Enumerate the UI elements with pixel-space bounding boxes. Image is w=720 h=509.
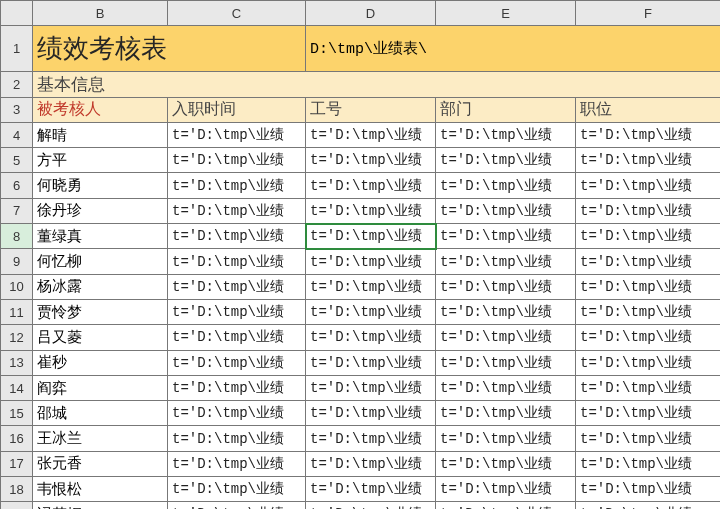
formula-cell[interactable]: t='D:\tmp\业绩 [436, 299, 576, 324]
row-header-11[interactable]: 11 [1, 299, 33, 324]
formula-cell[interactable]: t='D:\tmp\业绩 [436, 477, 576, 502]
formula-cell[interactable]: t='D:\tmp\业绩 [436, 198, 576, 223]
formula-cell[interactable]: t='D:\tmp\业绩 [576, 173, 721, 198]
row-header-14[interactable]: 14 [1, 375, 33, 400]
formula-cell[interactable]: t='D:\tmp\业绩 [168, 224, 306, 249]
formula-cell[interactable]: t='D:\tmp\业绩 [436, 426, 576, 451]
formula-cell[interactable]: t='D:\tmp\业绩 [436, 249, 576, 274]
row-header-5[interactable]: 5 [1, 148, 33, 173]
col-header-b[interactable]: B [33, 1, 168, 26]
formula-cell[interactable]: t='D:\tmp\业绩 [576, 274, 721, 299]
name-cell[interactable]: 冯若烟 [33, 502, 168, 509]
name-cell[interactable]: 韦恨松 [33, 477, 168, 502]
name-cell[interactable]: 何忆柳 [33, 249, 168, 274]
formula-cell[interactable]: t='D:\tmp\业绩 [306, 122, 436, 147]
table-header-C[interactable]: 入职时间 [168, 97, 306, 122]
formula-cell[interactable]: t='D:\tmp\业绩 [306, 198, 436, 223]
table-header-D[interactable]: 工号 [306, 97, 436, 122]
formula-cell[interactable]: t='D:\tmp\业绩 [436, 325, 576, 350]
formula-cell[interactable]: t='D:\tmp\业绩 [436, 274, 576, 299]
row-header-7[interactable]: 7 [1, 198, 33, 223]
formula-cell[interactable]: t='D:\tmp\业绩 [576, 401, 721, 426]
name-cell[interactable]: 邵城 [33, 401, 168, 426]
formula-cell[interactable]: t='D:\tmp\业绩 [306, 401, 436, 426]
formula-cell[interactable]: t='D:\tmp\业绩 [436, 148, 576, 173]
formula-cell[interactable]: t='D:\tmp\业绩 [576, 502, 721, 509]
formula-cell[interactable]: t='D:\tmp\业绩 [168, 401, 306, 426]
col-header-f[interactable]: F [576, 1, 721, 26]
formula-cell[interactable]: t='D:\tmp\业绩 [306, 426, 436, 451]
path-cell[interactable]: D:\tmp\业绩表\ [306, 26, 721, 72]
name-cell[interactable]: 何晓勇 [33, 173, 168, 198]
formula-cell[interactable]: t='D:\tmp\业绩 [306, 224, 436, 249]
formula-cell[interactable]: t='D:\tmp\业绩 [436, 502, 576, 509]
formula-cell[interactable]: t='D:\tmp\业绩 [168, 122, 306, 147]
row-header-12[interactable]: 12 [1, 325, 33, 350]
col-header-c[interactable]: C [168, 1, 306, 26]
formula-cell[interactable]: t='D:\tmp\业绩 [168, 451, 306, 476]
formula-cell[interactable]: t='D:\tmp\业绩 [436, 451, 576, 476]
name-cell[interactable]: 解晴 [33, 122, 168, 147]
row-header-6[interactable]: 6 [1, 173, 33, 198]
name-cell[interactable]: 崔秒 [33, 350, 168, 375]
name-cell[interactable]: 阎弈 [33, 375, 168, 400]
formula-cell[interactable]: t='D:\tmp\业绩 [168, 148, 306, 173]
table-header-E[interactable]: 部门 [436, 97, 576, 122]
name-cell[interactable]: 徐丹珍 [33, 198, 168, 223]
formula-cell[interactable]: t='D:\tmp\业绩 [168, 350, 306, 375]
formula-cell[interactable]: t='D:\tmp\业绩 [576, 350, 721, 375]
formula-cell[interactable]: t='D:\tmp\业绩 [306, 148, 436, 173]
formula-cell[interactable]: t='D:\tmp\业绩 [436, 122, 576, 147]
col-header-e[interactable]: E [436, 1, 576, 26]
section-header[interactable]: 基本信息 [33, 72, 721, 97]
formula-cell[interactable]: t='D:\tmp\业绩 [576, 451, 721, 476]
row-header-3[interactable]: 3 [1, 97, 33, 122]
row-header-15[interactable]: 15 [1, 401, 33, 426]
row-header-10[interactable]: 10 [1, 274, 33, 299]
formula-cell[interactable]: t='D:\tmp\业绩 [436, 350, 576, 375]
spreadsheet-grid[interactable]: B C D E F 1绩效考核表D:\tmp\业绩表\2基本信息3被考核人入职时… [0, 0, 720, 509]
formula-cell[interactable]: t='D:\tmp\业绩 [576, 477, 721, 502]
table-header-B[interactable]: 被考核人 [33, 97, 168, 122]
formula-cell[interactable]: t='D:\tmp\业绩 [576, 426, 721, 451]
row-header-19[interactable]: 19 [1, 502, 33, 509]
formula-cell[interactable]: t='D:\tmp\业绩 [576, 249, 721, 274]
name-cell[interactable]: 王冰兰 [33, 426, 168, 451]
select-all-corner[interactable] [1, 1, 33, 26]
formula-cell[interactable]: t='D:\tmp\业绩 [306, 173, 436, 198]
formula-cell[interactable]: t='D:\tmp\业绩 [306, 350, 436, 375]
formula-cell[interactable]: t='D:\tmp\业绩 [576, 122, 721, 147]
row-header-8[interactable]: 8 [1, 224, 33, 249]
formula-cell[interactable]: t='D:\tmp\业绩 [306, 375, 436, 400]
name-cell[interactable]: 贾怜梦 [33, 299, 168, 324]
formula-cell[interactable]: t='D:\tmp\业绩 [168, 299, 306, 324]
sheet-title[interactable]: 绩效考核表 [33, 26, 306, 72]
formula-cell[interactable]: t='D:\tmp\业绩 [436, 375, 576, 400]
formula-cell[interactable]: t='D:\tmp\业绩 [168, 274, 306, 299]
formula-cell[interactable]: t='D:\tmp\业绩 [576, 224, 721, 249]
formula-cell[interactable]: t='D:\tmp\业绩 [576, 375, 721, 400]
name-cell[interactable]: 吕又菱 [33, 325, 168, 350]
formula-cell[interactable]: t='D:\tmp\业绩 [306, 502, 436, 509]
formula-cell[interactable]: t='D:\tmp\业绩 [306, 299, 436, 324]
formula-cell[interactable]: t='D:\tmp\业绩 [306, 451, 436, 476]
row-header-4[interactable]: 4 [1, 122, 33, 147]
formula-cell[interactable]: t='D:\tmp\业绩 [306, 249, 436, 274]
name-cell[interactable]: 张元香 [33, 451, 168, 476]
formula-cell[interactable]: t='D:\tmp\业绩 [576, 299, 721, 324]
formula-cell[interactable]: t='D:\tmp\业绩 [168, 375, 306, 400]
formula-cell[interactable]: t='D:\tmp\业绩 [168, 173, 306, 198]
row-header-2[interactable]: 2 [1, 72, 33, 97]
row-header-9[interactable]: 9 [1, 249, 33, 274]
formula-cell[interactable]: t='D:\tmp\业绩 [436, 173, 576, 198]
name-cell[interactable]: 方平 [33, 148, 168, 173]
formula-cell[interactable]: t='D:\tmp\业绩 [168, 249, 306, 274]
row-header-18[interactable]: 18 [1, 477, 33, 502]
formula-cell[interactable]: t='D:\tmp\业绩 [168, 198, 306, 223]
name-cell[interactable]: 董绿真 [33, 224, 168, 249]
row-header-16[interactable]: 16 [1, 426, 33, 451]
row-header-13[interactable]: 13 [1, 350, 33, 375]
formula-cell[interactable]: t='D:\tmp\业绩 [168, 325, 306, 350]
formula-cell[interactable]: t='D:\tmp\业绩 [436, 224, 576, 249]
table-header-F[interactable]: 职位 [576, 97, 721, 122]
